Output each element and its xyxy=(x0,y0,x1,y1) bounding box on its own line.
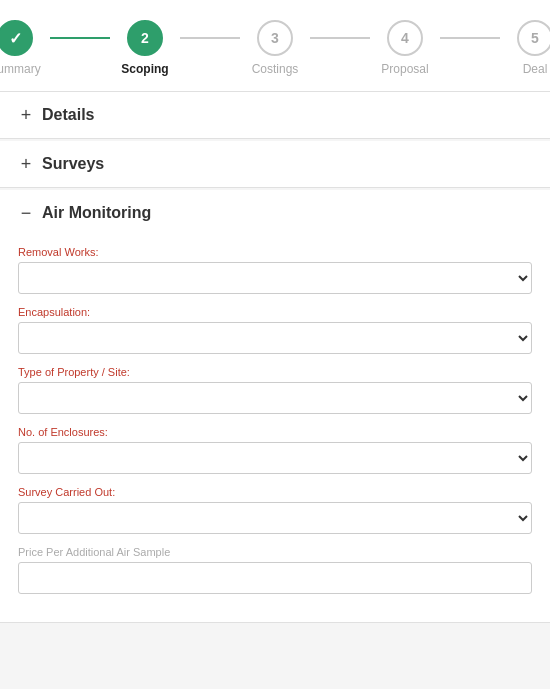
encapsulation-select[interactable] xyxy=(18,322,532,354)
step-1-circle: ✓ xyxy=(0,20,33,56)
enclosures-group: No. of Enclosures: xyxy=(18,426,532,474)
details-section: + Details xyxy=(0,92,550,139)
air-monitoring-title: Air Monitoring xyxy=(42,204,151,222)
step-4[interactable]: 4 Proposal xyxy=(370,20,440,76)
details-header[interactable]: + Details xyxy=(0,92,550,138)
survey-carried-out-group: Survey Carried Out: xyxy=(18,486,532,534)
step-3-label: Costings xyxy=(240,62,310,76)
enclosures-select[interactable] xyxy=(18,442,532,474)
air-monitoring-section: − Air Monitoring Removal Works: Encapsul… xyxy=(0,190,550,623)
step-1-check: ✓ xyxy=(9,29,22,48)
air-monitoring-body: Removal Works: Encapsulation: Type of Pr… xyxy=(0,236,550,622)
step-2-circle: 2 xyxy=(127,20,163,56)
connector-2-3 xyxy=(180,37,240,39)
price-additional-group: Price Per Additional Air Sample xyxy=(18,546,532,594)
property-type-group: Type of Property / Site: xyxy=(18,366,532,414)
details-toggle: + xyxy=(18,106,34,124)
price-additional-input[interactable] xyxy=(18,562,532,594)
connector-4-5 xyxy=(440,37,500,39)
step-4-number: 4 xyxy=(401,30,409,46)
survey-carried-out-select[interactable] xyxy=(18,502,532,534)
air-monitoring-toggle: − xyxy=(18,204,34,222)
survey-carried-out-label: Survey Carried Out: xyxy=(18,486,532,498)
surveys-section: + Surveys xyxy=(0,141,550,188)
enclosures-label: No. of Enclosures: xyxy=(18,426,532,438)
step-5-number: 5 xyxy=(531,30,539,46)
step-3[interactable]: 3 Costings xyxy=(240,20,310,76)
surveys-title: Surveys xyxy=(42,155,104,173)
surveys-toggle: + xyxy=(18,155,34,173)
property-type-label: Type of Property / Site: xyxy=(18,366,532,378)
connector-3-4 xyxy=(310,37,370,39)
connector-1-2 xyxy=(50,37,110,39)
encapsulation-label: Encapsulation: xyxy=(18,306,532,318)
step-2-label: Scoping xyxy=(110,62,180,76)
step-4-label: Proposal xyxy=(370,62,440,76)
air-monitoring-header[interactable]: − Air Monitoring xyxy=(0,190,550,236)
content-area: + Details + Surveys − Air Monitoring Rem… xyxy=(0,92,550,623)
step-3-number: 3 xyxy=(271,30,279,46)
property-type-select[interactable] xyxy=(18,382,532,414)
step-3-circle: 3 xyxy=(257,20,293,56)
step-1[interactable]: ✓ Summary xyxy=(0,20,50,76)
step-5-circle: 5 xyxy=(517,20,550,56)
stepper: ✓ Summary 2 Scoping 3 Costings 4 Prop xyxy=(0,0,550,92)
encapsulation-group: Encapsulation: xyxy=(18,306,532,354)
surveys-header[interactable]: + Surveys xyxy=(0,141,550,187)
removal-works-group: Removal Works: xyxy=(18,246,532,294)
step-2-number: 2 xyxy=(141,30,149,46)
removal-works-select[interactable] xyxy=(18,262,532,294)
step-2[interactable]: 2 Scoping xyxy=(110,20,180,76)
step-1-label: Summary xyxy=(0,62,50,76)
removal-works-label: Removal Works: xyxy=(18,246,532,258)
step-5-label: Deal xyxy=(500,62,550,76)
step-4-circle: 4 xyxy=(387,20,423,56)
details-title: Details xyxy=(42,106,94,124)
price-additional-label: Price Per Additional Air Sample xyxy=(18,546,532,558)
step-5[interactable]: 5 Deal xyxy=(500,20,550,76)
